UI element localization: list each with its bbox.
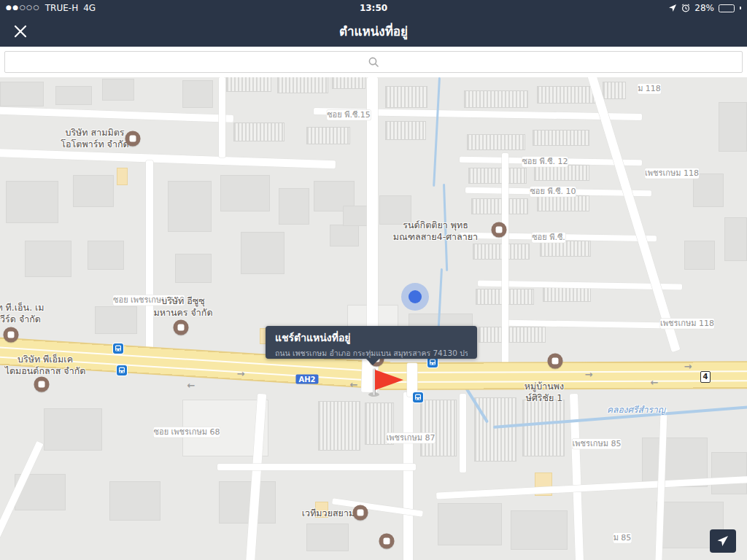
bus-stop-icon <box>113 343 123 354</box>
map-road <box>436 475 747 499</box>
lane-arrow-icon: → <box>237 368 245 379</box>
tooltip-title: แชร์ตำแหน่งที่อยู่ <box>275 330 468 346</box>
battery-tip <box>740 7 741 9</box>
map-label: ซอย พี.ซี.15 <box>327 110 371 120</box>
map-building <box>306 127 350 144</box>
map-road <box>403 392 413 560</box>
map-building <box>0 82 44 106</box>
page-title: ตำแหน่งที่อยู่ <box>0 16 747 47</box>
map-building <box>474 397 516 462</box>
flag-marker[interactable] <box>368 367 405 400</box>
map-label: คลองศรีสำราญ <box>607 405 665 416</box>
bus-stop-icon <box>117 365 127 376</box>
poi-marker-icon[interactable] <box>353 505 368 521</box>
map-label: ม 85 <box>614 533 632 543</box>
lane-arrow-icon: → <box>585 369 593 380</box>
map-building <box>44 408 102 451</box>
map-building <box>220 175 270 211</box>
network-type-label: 4G <box>83 3 96 13</box>
current-location-dot <box>409 290 422 303</box>
map-label: เพชรเกษม 87 <box>387 433 436 443</box>
map-building <box>233 122 285 141</box>
map-road <box>0 106 233 122</box>
search-bar-container <box>0 47 747 77</box>
lane-arrow-icon: ← <box>350 379 358 390</box>
search-input[interactable] <box>5 52 742 72</box>
map-building <box>533 130 589 146</box>
map-building <box>318 401 360 451</box>
map-building <box>332 77 365 89</box>
map-building <box>385 86 427 108</box>
poi-marker-icon[interactable] <box>34 377 50 392</box>
map-label: เวทีมวยสยาม <box>302 508 355 519</box>
map-road <box>460 394 466 472</box>
poi-marker-icon[interactable] <box>4 327 19 343</box>
map-building <box>182 80 213 108</box>
map-building <box>330 225 359 246</box>
map-building <box>711 452 747 494</box>
search-box[interactable] <box>4 51 743 73</box>
poi-marker-icon[interactable] <box>492 222 507 238</box>
map-building <box>88 241 124 270</box>
battery-percent: 28% <box>694 3 714 13</box>
map-building <box>168 181 212 232</box>
lane-arrow-icon: → <box>684 361 692 372</box>
map-building <box>95 306 137 334</box>
map-building <box>473 244 530 260</box>
map[interactable]: →→→→←←←ซอย พี.ซี.15ซอย พี.ซี. 12ซอย พี.ซ… <box>0 77 747 560</box>
poi-marker-icon[interactable] <box>548 354 563 369</box>
map-building <box>25 241 71 277</box>
map-building <box>279 188 309 225</box>
battery-icon <box>719 4 735 12</box>
map-label: หมู่บ้านพง ษ์ศิริชัย 1 <box>525 381 564 405</box>
status-bar: ●●○○○ TRUE-H 4G 13:50 28% <box>0 0 747 16</box>
map-building <box>117 168 128 185</box>
route-shield: AH2 <box>295 375 318 384</box>
map-road <box>219 77 225 158</box>
map-building <box>537 195 589 211</box>
map-building <box>385 121 426 140</box>
map-label: ซอย พี.ซี. 10 <box>530 187 576 197</box>
map-label: บริษัท พีเอ็มเค ไดมอนด์กลาส จำกัด <box>5 354 86 378</box>
map-building <box>241 232 285 274</box>
map-building <box>109 481 160 521</box>
map-road <box>0 149 336 169</box>
lane-arrow-icon: ← <box>187 380 196 391</box>
navigation-arrow-icon <box>716 534 729 548</box>
lane-arrow-icon: ← <box>651 377 659 388</box>
poi-marker-icon[interactable] <box>379 534 395 549</box>
map-building <box>6 181 58 223</box>
map-building <box>719 102 747 152</box>
map-building <box>522 400 565 456</box>
map-building <box>684 241 715 270</box>
poi-marker-icon[interactable] <box>174 320 189 335</box>
flag-icon <box>375 370 403 390</box>
map-building <box>603 82 626 99</box>
signal-strength-icon: ●●○○○ <box>6 4 40 11</box>
tooltip-address: ถนน เพชรเกษม อำเภอ กระทุ่มแบน สมุทรสาคร … <box>275 347 468 359</box>
map-label: เพชรเกษม 85 <box>573 439 622 449</box>
map-building <box>464 90 528 108</box>
map-building <box>420 400 457 456</box>
clock-time: 13:50 <box>360 3 387 13</box>
carrier-label: TRUE-H <box>45 3 78 13</box>
map-label: ซอย พี.ซี. <box>532 233 565 243</box>
route-shield: 4 <box>700 371 711 383</box>
my-location-button[interactable] <box>710 529 736 553</box>
map-building <box>277 77 328 93</box>
map-building <box>55 86 92 105</box>
map-label: ม 118 <box>638 84 661 94</box>
map-building <box>438 503 502 545</box>
map-building <box>467 134 525 150</box>
share-location-screen: ●●○○○ TRUE-H 4G 13:50 28% ตำแหน่งที่อยู่ <box>0 0 747 560</box>
map-building <box>175 254 212 283</box>
map-road <box>146 160 153 361</box>
location-arrow-icon <box>668 4 677 12</box>
location-tooltip[interactable]: แชร์ตำแหน่งที่อยู่ ถนน เพชรเกษม อำเภอ กร… <box>266 326 477 359</box>
map-label: บริษัท อีซูซุ มหานคร จำกัด <box>153 295 212 319</box>
map-building <box>219 481 276 524</box>
canal-line <box>433 77 441 187</box>
poi-marker-icon[interactable] <box>125 131 141 147</box>
map-building <box>724 217 747 261</box>
map-label: รนด์กิตติยา พุทธ มณฑลสาย4-ศาลายา <box>393 219 478 244</box>
